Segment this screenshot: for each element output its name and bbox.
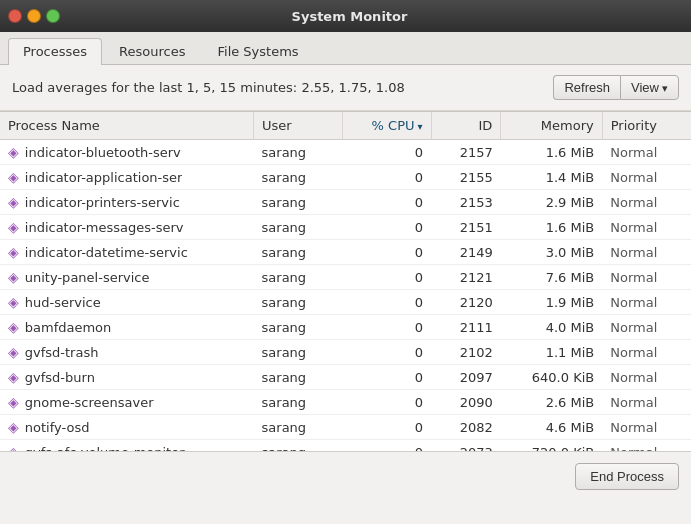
process-id: 2097 [431,365,501,390]
process-name-text: indicator-printers-servic [25,195,180,210]
table-row[interactable]: ◈indicator-messages-servsarang021511.6 M… [0,215,691,240]
table-row[interactable]: ◈hud-servicesarang021201.9 MiBNormal [0,290,691,315]
load-actions: Refresh View [553,75,679,100]
process-name-text: indicator-application-ser [25,170,183,185]
refresh-button[interactable]: Refresh [553,75,620,100]
process-table: Process Name User % CPU▾ ID Memory Prior… [0,112,691,451]
load-bar: Load averages for the last 1, 5, 15 minu… [0,65,691,111]
process-name-cell: ◈notify-osd [0,415,200,439]
process-user: sarang [254,165,343,190]
process-id: 2155 [431,165,501,190]
process-user: sarang [254,140,343,165]
process-cpu: 0 [342,340,431,365]
process-priority: Normal [602,190,691,215]
table-header-row: Process Name User % CPU▾ ID Memory Prior… [0,112,691,140]
table-row[interactable]: ◈bamfdaemonsarang021114.0 MiBNormal [0,315,691,340]
table-row[interactable]: ◈indicator-application-sersarang021551.4… [0,165,691,190]
process-cpu: 0 [342,365,431,390]
table-row[interactable]: ◈gvfs-afc-volume-monitorsarang02073720.0… [0,440,691,452]
process-user: sarang [254,340,343,365]
process-id: 2151 [431,215,501,240]
process-name-cell: ◈gvfsd-burn [0,365,200,389]
process-memory: 3.0 MiB [501,240,602,265]
process-cpu: 0 [342,190,431,215]
process-priority: Normal [602,165,691,190]
process-priority: Normal [602,240,691,265]
process-memory: 720.0 KiB [501,440,602,452]
col-header-id[interactable]: ID [431,112,501,140]
col-header-priority[interactable]: Priority [602,112,691,140]
window-controls [8,9,60,23]
sort-arrow-icon: ▾ [418,121,423,132]
process-memory: 1.4 MiB [501,165,602,190]
process-cpu: 0 [342,290,431,315]
process-priority: Normal [602,365,691,390]
process-priority: Normal [602,140,691,165]
process-memory: 640.0 KiB [501,365,602,390]
process-icon: ◈ [8,194,19,210]
titlebar: System Monitor [0,0,691,32]
maximize-button[interactable] [46,9,60,23]
col-header-name[interactable]: Process Name [0,112,254,140]
process-user: sarang [254,440,343,452]
process-name-text: indicator-messages-serv [25,220,184,235]
process-icon: ◈ [8,344,19,360]
process-cpu: 0 [342,265,431,290]
process-id: 2073 [431,440,501,452]
col-header-cpu[interactable]: % CPU▾ [342,112,431,140]
process-name-cell: ◈unity-panel-service [0,265,200,289]
close-button[interactable] [8,9,22,23]
process-icon: ◈ [8,419,19,435]
process-cpu: 0 [342,440,431,452]
col-header-memory[interactable]: Memory [501,112,602,140]
tab-processes[interactable]: Processes [8,38,102,65]
col-header-user[interactable]: User [254,112,343,140]
process-name-cell: ◈gvfsd-trash [0,340,200,364]
process-id: 2102 [431,340,501,365]
process-icon: ◈ [8,144,19,160]
process-memory: 1.9 MiB [501,290,602,315]
table-row[interactable]: ◈unity-panel-servicesarang021217.6 MiBNo… [0,265,691,290]
process-id: 2121 [431,265,501,290]
table-row[interactable]: ◈indicator-printers-servicsarang021532.9… [0,190,691,215]
process-user: sarang [254,290,343,315]
process-memory: 7.6 MiB [501,265,602,290]
process-memory: 1.1 MiB [501,340,602,365]
process-cpu: 0 [342,140,431,165]
process-id: 2090 [431,390,501,415]
process-name-text: bamfdaemon [25,320,112,335]
process-cpu: 0 [342,165,431,190]
process-priority: Normal [602,290,691,315]
process-name-text: notify-osd [25,420,90,435]
tab-filesystems[interactable]: File Systems [202,38,313,64]
process-id: 2157 [431,140,501,165]
table-row[interactable]: ◈indicator-datetime-servicsarang021493.0… [0,240,691,265]
process-cpu: 0 [342,415,431,440]
table-row[interactable]: ◈notify-osdsarang020824.6 MiBNormal [0,415,691,440]
process-priority: Normal [602,415,691,440]
tab-resources[interactable]: Resources [104,38,200,64]
process-user: sarang [254,240,343,265]
process-cpu: 0 [342,215,431,240]
process-table-container: Process Name User % CPU▾ ID Memory Prior… [0,111,691,451]
process-id: 2082 [431,415,501,440]
process-memory: 4.6 MiB [501,415,602,440]
process-user: sarang [254,265,343,290]
table-row[interactable]: ◈gvfsd-burnsarang02097640.0 KiBNormal [0,365,691,390]
end-process-button[interactable]: End Process [575,463,679,490]
process-user: sarang [254,215,343,240]
process-priority: Normal [602,315,691,340]
view-button[interactable]: View [620,75,679,100]
table-row[interactable]: ◈gvfsd-trashsarang021021.1 MiBNormal [0,340,691,365]
process-name-cell: ◈bamfdaemon [0,315,200,339]
window-title: System Monitor [66,9,633,24]
table-row[interactable]: ◈indicator-bluetooth-servsarang021571.6 … [0,140,691,165]
process-priority: Normal [602,390,691,415]
minimize-button[interactable] [27,9,41,23]
process-memory: 1.6 MiB [501,140,602,165]
process-name-cell: ◈gvfs-afc-volume-monitor [0,440,200,451]
process-cpu: 0 [342,240,431,265]
table-row[interactable]: ◈gnome-screensaversarang020902.6 MiBNorm… [0,390,691,415]
process-icon: ◈ [8,394,19,410]
process-priority: Normal [602,440,691,452]
